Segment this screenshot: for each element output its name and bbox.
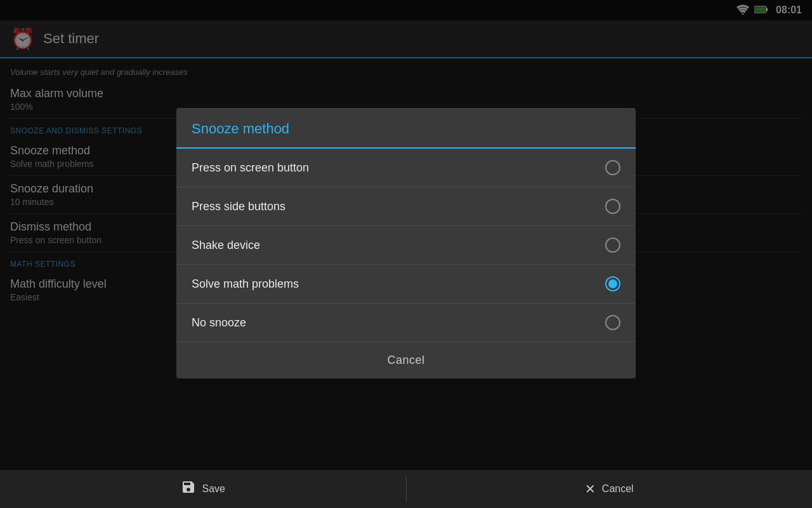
dialog-header: Snooze method (176, 108, 636, 149)
option-solve-math-label: Solve math problems (192, 277, 299, 291)
radio-shake-device[interactable] (605, 237, 620, 253)
snooze-method-dialog: Snooze method Press on screen button Pre… (176, 108, 636, 378)
dialog-cancel-row: Cancel (176, 342, 636, 378)
option-shake-device[interactable]: Shake device (176, 226, 636, 265)
option-press-screen[interactable]: Press on screen button (176, 149, 636, 187)
radio-no-snooze[interactable] (605, 315, 620, 330)
radio-press-screen[interactable] (605, 160, 620, 175)
option-press-screen-label: Press on screen button (192, 161, 309, 175)
bottom-bar: Save ✕ Cancel (0, 470, 812, 508)
option-press-side[interactable]: Press side buttons (176, 187, 636, 226)
option-no-snooze[interactable]: No snooze (176, 304, 636, 342)
option-no-snooze-label: No snooze (192, 316, 246, 330)
radio-solve-math[interactable] (605, 276, 620, 291)
option-solve-math[interactable]: Solve math problems (176, 265, 636, 304)
save-icon (181, 479, 196, 498)
cancel-label: Cancel (602, 483, 634, 495)
radio-inner-selected (608, 279, 617, 288)
save-label: Save (202, 483, 225, 495)
option-press-side-label: Press side buttons (192, 200, 285, 213)
option-shake-device-label: Shake device (192, 239, 260, 252)
dialog-cancel-button[interactable]: Cancel (387, 354, 424, 367)
cancel-button[interactable]: ✕ Cancel (407, 470, 813, 508)
cancel-x-icon: ✕ (585, 481, 596, 497)
save-button[interactable]: Save (0, 470, 406, 508)
radio-press-side[interactable] (605, 199, 620, 214)
dialog-title: Snooze method (192, 121, 620, 137)
